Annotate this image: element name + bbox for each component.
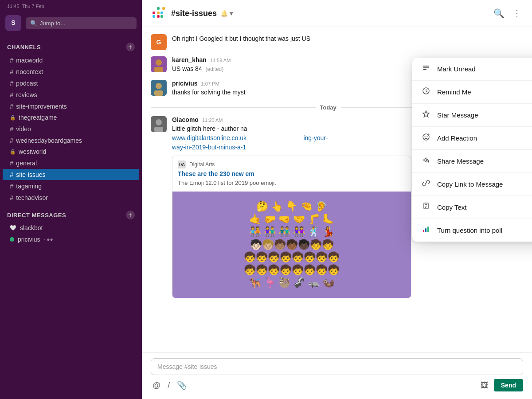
message-link-2[interactable]: way-in-2019-but-minus-a-1 [172, 144, 246, 151]
notification-icon: 🔔 [220, 10, 228, 17]
add-channel-button[interactable]: + [126, 43, 135, 51]
svg-point-17 [156, 119, 162, 125]
hash-icon: # [10, 171, 13, 178]
edited-label: (edited) [206, 66, 224, 72]
remind-me-icon [421, 87, 431, 97]
search-button[interactable]: 🔍 [492, 6, 506, 20]
hash-icon: # [10, 159, 13, 167]
heart-icon: 🤍 [10, 225, 16, 231]
sidebar-item-podcast[interactable]: # podcast [3, 78, 139, 89]
dm-label: DIRECT MESSAGES [7, 212, 66, 219]
lock-icon: 🔒 [10, 149, 16, 155]
svg-rect-31 [425, 204, 427, 205]
context-menu: Mark Unread Remind Me Star Message [412, 58, 532, 242]
turn-poll-label: Turn question into poll [437, 227, 532, 234]
svg-line-24 [426, 91, 427, 92]
channel-name-label: macworld [16, 57, 43, 64]
svg-rect-3 [153, 15, 155, 18]
add-reaction-label: Add Reaction [437, 134, 532, 142]
workspace-logo[interactable]: S [5, 15, 21, 31]
menu-item-turn-poll[interactable]: Turn question into poll Simple Poll [412, 219, 532, 242]
link-preview-title[interactable]: These are the 230 new em [172, 170, 411, 179]
sidebar-item-general[interactable]: # general [3, 157, 139, 168]
channel-name-label: podcast [16, 80, 38, 87]
sidebar-item-tagaming[interactable]: # tagaming [3, 180, 139, 192]
sidebar-item-techadvisor[interactable]: # techadvisor [3, 192, 139, 203]
message-row: G Oh right I Googled it but I thought th… [151, 34, 523, 50]
status-bar: 11:45 Thu 7 Feb [0, 0, 142, 11]
input-area: Message #site-issues @ / 📎 🖼 Send [142, 352, 532, 399]
attachment-button[interactable]: 📎 [175, 379, 188, 392]
message-text: Oh right I Googled it but I thought that… [172, 34, 523, 43]
search-bar[interactable]: 🔍 [26, 17, 137, 29]
svg-rect-18 [154, 127, 163, 132]
add-reaction-icon [421, 133, 431, 143]
message-author: pricivius [172, 80, 198, 87]
dm-extra: · ●● [44, 236, 53, 243]
svg-rect-15 [154, 90, 163, 96]
svg-text:S: S [11, 19, 15, 26]
svg-rect-4 [157, 7, 160, 10]
divider-line [151, 107, 316, 108]
link-preview: DA Digital Arts These are the 230 new em… [172, 156, 411, 298]
message-input-placeholder[interactable]: Message #site-issues [151, 358, 523, 375]
input-toolbar: @ / 📎 🖼 Send [151, 379, 523, 392]
add-dm-button[interactable]: + [126, 211, 135, 219]
menu-item-mark-unread[interactable]: Mark Unread [412, 58, 532, 81]
share-icon [421, 156, 431, 166]
hash-icon: # [10, 68, 13, 75]
link-preview-image: 🤔 👆 👇 🤏 🦻 🤙 🤛 🤜 🤝 🦵 🦶 🧑‍🤝‍🧑 👫 👬 👭 🕺 💃 🧒🏻… [172, 192, 411, 298]
message-link[interactable]: ing-your- [303, 134, 328, 141]
share-message-label: Share Message [437, 157, 532, 165]
poll-icon [421, 225, 431, 235]
sidebar-header: S 🔍 [0, 11, 142, 35]
svg-rect-8 [160, 15, 163, 18]
message-link[interactable]: www.digitalartsonline.co.uk [172, 134, 246, 141]
svg-rect-36 [427, 227, 429, 232]
channel-name-label: thegreatgame [19, 114, 57, 121]
image-button[interactable]: 🖼 [479, 379, 490, 392]
emoji-grid: 🤔 👆 👇 🤏 🦻 🤙 🤛 🤜 🤝 🦵 🦶 🧑‍🤝‍🧑 👫 👬 👭 🕺 💃 🧒🏻… [240, 197, 343, 293]
more-options-button[interactable]: ⋮ [511, 6, 523, 20]
sidebar-item-wednesdayboardgames[interactable]: # wednesdayboardgames [3, 135, 139, 146]
dm-item-slackbot[interactable]: 🤍 slackbot [3, 223, 139, 233]
message-author: Giacomo [172, 116, 199, 123]
copy-text-label: Copy Text [437, 203, 532, 211]
menu-item-remind-me[interactable]: Remind Me [412, 81, 532, 104]
svg-rect-20 [423, 67, 429, 68]
svg-rect-21 [423, 69, 426, 70]
menu-item-add-reaction[interactable]: Add Reaction [412, 127, 532, 150]
menu-item-star-message[interactable]: Star Message [412, 104, 532, 127]
slash-command-button[interactable]: / [166, 379, 172, 392]
menu-item-share-message[interactable]: Share Message [412, 150, 532, 173]
link-preview-desc: The Emoji 12.0 list for 2019 poo emoji. [172, 179, 411, 192]
search-input[interactable] [40, 20, 132, 27]
svg-rect-5 [157, 12, 160, 14]
slack-logo [151, 5, 167, 21]
sidebar-item-nocontext[interactable]: # nocontext [3, 66, 139, 77]
sidebar-item-site-issues[interactable]: # site-issues [3, 169, 139, 180]
hash-icon: # [10, 137, 13, 144]
time: 11:45 [7, 4, 20, 9]
message-time: 11:59 AM [210, 58, 231, 63]
main-area: #site-issues 🔔 ▾ 🔍 ⋮ G Oh right I Google… [142, 0, 532, 399]
hash-icon: # [10, 182, 13, 190]
sidebar-item-site-improvements[interactable]: # site-improvements [3, 101, 139, 112]
sidebar-item-westworld[interactable]: 🔒 westworld [3, 146, 139, 157]
message-time: 11:20 AM [202, 117, 223, 123]
dm-item-pricivius[interactable]: pricivius · ●● [3, 234, 139, 245]
mention-button[interactable]: @ [151, 379, 162, 392]
sidebar-item-macworld[interactable]: # macworld [3, 55, 139, 66]
channel-header: #site-issues 🔔 ▾ 🔍 ⋮ [142, 0, 532, 27]
send-button[interactable]: Send [494, 379, 523, 391]
copy-link-label: Copy Link to Message [437, 180, 532, 188]
sidebar-item-reviews[interactable]: # reviews [3, 89, 139, 100]
svg-rect-12 [154, 67, 163, 72]
hash-icon: # [10, 79, 13, 87]
menu-item-copy-link[interactable]: Copy Link to Message [412, 173, 532, 196]
svg-rect-7 [160, 12, 163, 14]
sidebar-item-thegreatgame[interactable]: 🔒 thegreatgame [3, 112, 139, 123]
channel-name-label: nocontext [16, 68, 43, 75]
menu-item-copy-text[interactable]: Copy Text [412, 196, 532, 219]
sidebar-item-video[interactable]: # video [3, 123, 139, 134]
